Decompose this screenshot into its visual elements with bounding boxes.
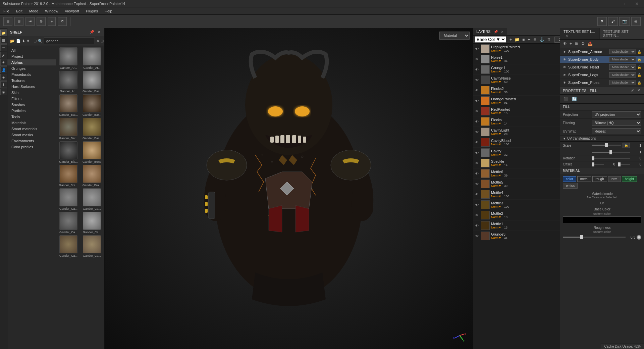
category-brushes[interactable]: Brushes [7, 102, 56, 108]
ts-shader-select[interactable]: Main shader [609, 80, 636, 85]
ts-shader-select[interactable]: Main shader [609, 49, 636, 54]
category-smart-masks[interactable]: Smart masks [7, 132, 56, 138]
layer-visibility-btn[interactable]: 👁 [474, 181, 480, 187]
blend-mode-select[interactable]: Base Col ▼ [475, 36, 506, 43]
toolbar-frames-btn[interactable]: ⇥ [25, 17, 35, 26]
iconbar-layers-btn[interactable]: ☰ [0, 37, 7, 44]
menu-help[interactable]: Help [101, 8, 116, 14]
layer-visibility-btn[interactable]: 👁 [474, 160, 480, 166]
layers-tab-close[interactable]: ✕ [501, 30, 503, 34]
texture-set-pin[interactable]: ✕ [566, 34, 568, 38]
iconbar-folder-btn[interactable]: 📁 [0, 30, 7, 36]
layers-instance-btn[interactable]: ⊛ [533, 37, 537, 43]
layer-item-cavityblood[interactable]: 👁 CavityBlood Norm▼ 100 [473, 137, 560, 148]
layer-visibility-btn[interactable]: 👁 [474, 192, 480, 197]
offset-slider-y[interactable] [618, 164, 630, 165]
shelf-export-icon[interactable]: ⬆ [26, 39, 30, 43]
tab-layers[interactable]: LAYERS 📌 ✕ [473, 28, 507, 35]
iconbar-sphere-btn[interactable]: ◉ [0, 89, 7, 95]
shelf-pin-btn[interactable]: 📌 [89, 30, 95, 35]
shelf-search-input[interactable] [44, 38, 95, 44]
category-smart-materials[interactable]: Smart materials [7, 126, 56, 132]
layer-item-cavity[interactable]: 👁 Cavity Norm▼ 32 [473, 148, 560, 158]
layer-visibility-btn[interactable]: 👁 [474, 119, 480, 124]
menu-mode[interactable]: Mode [26, 8, 42, 14]
layers-effect-btn[interactable]: ✦ [527, 37, 531, 43]
fill-icon-btn2[interactable]: 🔄 [571, 96, 578, 102]
shelf-item[interactable]: Gander_Ca... [81, 188, 103, 210]
layer-item-grunge3[interactable]: 👁 Grunge3 Norm▼ 41 [473, 231, 560, 241]
shelf-clear-search-btn[interactable]: ✕ [96, 39, 99, 43]
category-alphas[interactable]: Alphas [7, 59, 56, 65]
category-project[interactable]: Project [7, 53, 56, 59]
category-skin[interactable]: Skin [7, 90, 56, 96]
ts-visibility-btn[interactable]: 👁 [562, 41, 568, 47]
layer-visibility-btn[interactable]: 👁 [474, 46, 480, 51]
viewport[interactable]: Material X Y Z [105, 28, 473, 349]
layer-item-cavitynoise[interactable]: 👁 CavityNoise Norm▼ 50 [473, 75, 560, 85]
uv-wrap-select[interactable]: Repeat [592, 128, 641, 134]
category-hard-surfaces[interactable]: Hard Surfaces [7, 84, 56, 90]
layer-item-speckle[interactable]: 👁 Speckle Norm▼ 14 [473, 158, 560, 168]
base-color-swatch[interactable] [563, 216, 641, 223]
texture-set-item-armour[interactable]: 👁 SuperDrone_Armour Main shader 🔒 [560, 48, 644, 56]
iconbar-paint-btn[interactable]: 🖌 [0, 52, 7, 58]
iconbar-user-btn[interactable]: 👤 [0, 66, 7, 73]
layer-visibility-btn[interactable]: 👁 [474, 77, 480, 83]
shelf-item[interactable]: Gander_Ar... [57, 47, 79, 69]
iconbar-geo-btn[interactable]: ◈ [0, 74, 7, 81]
ts-shader-select[interactable]: Main shader [609, 57, 636, 62]
layer-item-mottle1[interactable]: 👁 Mottle1 Norm▼ 13 [473, 220, 560, 231]
texture-set-item-legs[interactable]: 👁 SuperDrone_Legs Main shader 🔒 [560, 71, 644, 79]
props-close-btn[interactable]: ✕ [636, 88, 641, 93]
close-button[interactable]: ✕ [633, 1, 641, 7]
projection-select[interactable]: UV projection [592, 111, 641, 117]
offset-slider-x[interactable] [592, 164, 604, 165]
menu-plugins[interactable]: Plugins [83, 8, 101, 14]
layers-add-btn[interactable]: + [509, 37, 513, 43]
layer-item-highlightspainted[interactable]: 👁 HighlightsPainted Norm▼ 100 [473, 44, 560, 54]
shelf-item[interactable]: Gander_Ca... [57, 212, 79, 234]
roughness-picker-icon[interactable] [637, 235, 641, 240]
shelf-close-btn[interactable]: ✕ [97, 30, 102, 35]
scale-slider[interactable] [592, 145, 621, 146]
layer-visibility-btn[interactable]: 👁 [474, 140, 480, 145]
mat-tab-metal[interactable]: metal [577, 176, 591, 182]
shelf-item[interactable]: Gander_Bar... [81, 94, 103, 116]
category-textures[interactable]: Textures [7, 78, 56, 84]
layer-visibility-btn[interactable]: 👁 [474, 171, 480, 176]
ts-shader-select[interactable]: Main shader [609, 64, 636, 70]
shelf-item[interactable]: Gander_Bra... [81, 165, 103, 187]
viewport-material-dropdown[interactable]: Material [439, 32, 470, 40]
layer-item-orangepainted[interactable]: 👁 OrangePainted Norm▼ 91 [473, 96, 560, 106]
layer-item-mottle4[interactable]: 👁 Mottle4 Norm▼ 100 [473, 189, 560, 200]
layer-visibility-btn[interactable]: 👁 [474, 98, 480, 103]
layer-visibility-btn[interactable]: 👁 [474, 150, 480, 155]
toolbar-paint-btn[interactable]: 🖌 [608, 17, 618, 26]
shelf-item[interactable]: Gander_Ca... [81, 212, 103, 234]
layer-item-mottle2[interactable]: 👁 Mottle2 Norm▼ 13 [473, 210, 560, 220]
shelf-item[interactable]: Gander_Ca... [57, 235, 79, 257]
ts-add-btn[interactable]: + [569, 41, 573, 47]
shelf-item[interactable]: Gander_Bar... [81, 118, 103, 140]
category-filters[interactable]: Filters [7, 96, 56, 102]
toolbar-add-btn[interactable]: + [48, 17, 56, 26]
layer-visibility-btn[interactable]: 👁 [474, 108, 480, 114]
texture-set-item-pipes[interactable]: 👁 SuperDrone_Pipes Main shader 🔒 [560, 79, 644, 87]
texture-set-item-head[interactable]: 👁 SuperDrone_Head Main shader 🔒 [560, 63, 644, 71]
layer-visibility-btn[interactable]: 👁 [474, 202, 480, 207]
maximize-button[interactable]: □ [622, 1, 630, 7]
layers-fill-btn[interactable]: ■ [522, 37, 525, 43]
iconbar-info-btn[interactable]: ℹ [0, 81, 7, 88]
rotation-slider[interactable] [592, 158, 630, 159]
shelf-item[interactable]: Gander_Bra... [57, 165, 79, 187]
shelf-new-icon[interactable]: 📄 [16, 39, 21, 43]
category-tools[interactable]: Tools [7, 114, 56, 120]
shelf-search-icon[interactable]: 🔍 [38, 39, 43, 43]
menu-window[interactable]: Window [42, 8, 61, 14]
mat-tab-nrm[interactable]: nrm [608, 176, 621, 182]
ts-shader-select[interactable]: Main shader [609, 72, 636, 78]
ts-delete-btn[interactable]: 🗑 [574, 41, 579, 47]
shelf-item[interactable]: Gander_Ar... [57, 71, 79, 93]
shelf-item[interactable]: Gander_Ca... [81, 235, 103, 257]
